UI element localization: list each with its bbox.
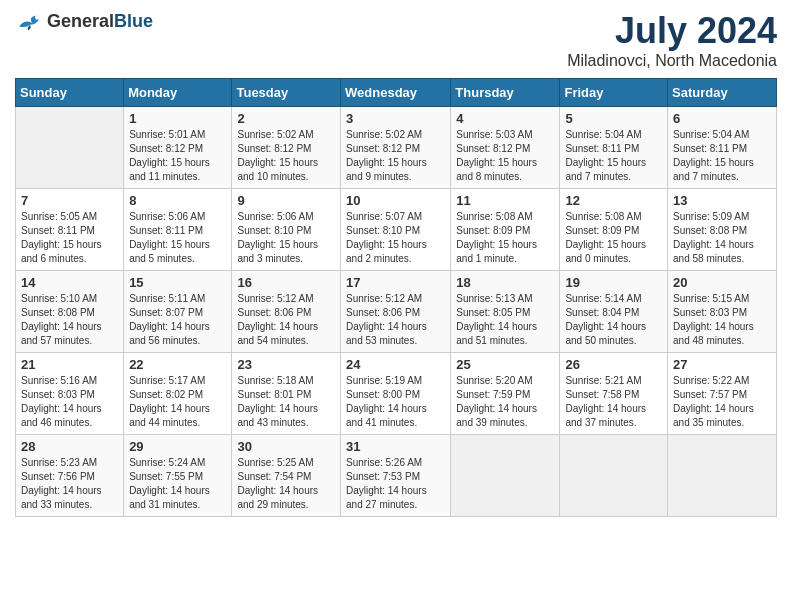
day-info: Sunrise: 5:19 AMSunset: 8:00 PMDaylight:… (346, 374, 445, 430)
day-number: 30 (237, 439, 335, 454)
day-number: 18 (456, 275, 554, 290)
calendar-cell: 3 Sunrise: 5:02 AMSunset: 8:12 PMDayligh… (341, 107, 451, 189)
day-info: Sunrise: 5:08 AMSunset: 8:09 PMDaylight:… (565, 210, 662, 266)
day-number: 3 (346, 111, 445, 126)
day-number: 5 (565, 111, 662, 126)
day-number: 24 (346, 357, 445, 372)
day-info: Sunrise: 5:09 AMSunset: 8:08 PMDaylight:… (673, 210, 771, 266)
day-info: Sunrise: 5:15 AMSunset: 8:03 PMDaylight:… (673, 292, 771, 348)
calendar-cell: 18 Sunrise: 5:13 AMSunset: 8:05 PMDaylig… (451, 271, 560, 353)
day-info: Sunrise: 5:12 AMSunset: 8:06 PMDaylight:… (346, 292, 445, 348)
day-info: Sunrise: 5:11 AMSunset: 8:07 PMDaylight:… (129, 292, 226, 348)
calendar-cell: 17 Sunrise: 5:12 AMSunset: 8:06 PMDaylig… (341, 271, 451, 353)
calendar-cell: 13 Sunrise: 5:09 AMSunset: 8:08 PMDaylig… (668, 189, 777, 271)
calendar-table: SundayMondayTuesdayWednesdayThursdayFrid… (15, 78, 777, 517)
calendar-cell: 31 Sunrise: 5:26 AMSunset: 7:53 PMDaylig… (341, 435, 451, 517)
calendar-cell: 24 Sunrise: 5:19 AMSunset: 8:00 PMDaylig… (341, 353, 451, 435)
calendar-cell (668, 435, 777, 517)
calendar-cell: 29 Sunrise: 5:24 AMSunset: 7:55 PMDaylig… (124, 435, 232, 517)
logo: GeneralBlue (15, 10, 153, 32)
calendar-cell: 25 Sunrise: 5:20 AMSunset: 7:59 PMDaylig… (451, 353, 560, 435)
calendar-cell: 11 Sunrise: 5:08 AMSunset: 8:09 PMDaylig… (451, 189, 560, 271)
calendar-cell: 27 Sunrise: 5:22 AMSunset: 7:57 PMDaylig… (668, 353, 777, 435)
day-info: Sunrise: 5:02 AMSunset: 8:12 PMDaylight:… (237, 128, 335, 184)
calendar-cell: 16 Sunrise: 5:12 AMSunset: 8:06 PMDaylig… (232, 271, 341, 353)
day-number: 29 (129, 439, 226, 454)
calendar-cell: 6 Sunrise: 5:04 AMSunset: 8:11 PMDayligh… (668, 107, 777, 189)
calendar-cell (451, 435, 560, 517)
day-number: 14 (21, 275, 118, 290)
calendar-cell: 12 Sunrise: 5:08 AMSunset: 8:09 PMDaylig… (560, 189, 668, 271)
logo-general: General (47, 11, 114, 31)
day-number: 16 (237, 275, 335, 290)
day-number: 11 (456, 193, 554, 208)
day-info: Sunrise: 5:23 AMSunset: 7:56 PMDaylight:… (21, 456, 118, 512)
day-number: 6 (673, 111, 771, 126)
day-info: Sunrise: 5:04 AMSunset: 8:11 PMDaylight:… (565, 128, 662, 184)
day-number: 26 (565, 357, 662, 372)
day-number: 20 (673, 275, 771, 290)
calendar-cell: 1 Sunrise: 5:01 AMSunset: 8:12 PMDayligh… (124, 107, 232, 189)
day-info: Sunrise: 5:13 AMSunset: 8:05 PMDaylight:… (456, 292, 554, 348)
day-number: 21 (21, 357, 118, 372)
calendar-cell: 20 Sunrise: 5:15 AMSunset: 8:03 PMDaylig… (668, 271, 777, 353)
day-info: Sunrise: 5:18 AMSunset: 8:01 PMDaylight:… (237, 374, 335, 430)
day-number: 27 (673, 357, 771, 372)
day-info: Sunrise: 5:06 AMSunset: 8:10 PMDaylight:… (237, 210, 335, 266)
day-number: 13 (673, 193, 771, 208)
day-info: Sunrise: 5:03 AMSunset: 8:12 PMDaylight:… (456, 128, 554, 184)
day-info: Sunrise: 5:22 AMSunset: 7:57 PMDaylight:… (673, 374, 771, 430)
day-number: 1 (129, 111, 226, 126)
day-info: Sunrise: 5:04 AMSunset: 8:11 PMDaylight:… (673, 128, 771, 184)
logo-blue: Blue (114, 11, 153, 31)
day-info: Sunrise: 5:14 AMSunset: 8:04 PMDaylight:… (565, 292, 662, 348)
calendar-cell: 5 Sunrise: 5:04 AMSunset: 8:11 PMDayligh… (560, 107, 668, 189)
day-number: 4 (456, 111, 554, 126)
calendar-cell: 19 Sunrise: 5:14 AMSunset: 8:04 PMDaylig… (560, 271, 668, 353)
title-section: July 2024 Miladinovci, North Macedonia (567, 10, 777, 70)
calendar-cell: 26 Sunrise: 5:21 AMSunset: 7:58 PMDaylig… (560, 353, 668, 435)
day-number: 31 (346, 439, 445, 454)
day-info: Sunrise: 5:16 AMSunset: 8:03 PMDaylight:… (21, 374, 118, 430)
day-info: Sunrise: 5:06 AMSunset: 8:11 PMDaylight:… (129, 210, 226, 266)
day-info: Sunrise: 5:12 AMSunset: 8:06 PMDaylight:… (237, 292, 335, 348)
calendar-cell: 30 Sunrise: 5:25 AMSunset: 7:54 PMDaylig… (232, 435, 341, 517)
calendar-cell (16, 107, 124, 189)
weekday-header: Sunday (16, 79, 124, 107)
day-info: Sunrise: 5:24 AMSunset: 7:55 PMDaylight:… (129, 456, 226, 512)
calendar-cell: 9 Sunrise: 5:06 AMSunset: 8:10 PMDayligh… (232, 189, 341, 271)
calendar-cell: 23 Sunrise: 5:18 AMSunset: 8:01 PMDaylig… (232, 353, 341, 435)
day-number: 10 (346, 193, 445, 208)
day-info: Sunrise: 5:05 AMSunset: 8:11 PMDaylight:… (21, 210, 118, 266)
calendar-cell: 8 Sunrise: 5:06 AMSunset: 8:11 PMDayligh… (124, 189, 232, 271)
day-number: 7 (21, 193, 118, 208)
day-info: Sunrise: 5:07 AMSunset: 8:10 PMDaylight:… (346, 210, 445, 266)
calendar-cell: 28 Sunrise: 5:23 AMSunset: 7:56 PMDaylig… (16, 435, 124, 517)
day-number: 28 (21, 439, 118, 454)
day-info: Sunrise: 5:25 AMSunset: 7:54 PMDaylight:… (237, 456, 335, 512)
day-info: Sunrise: 5:10 AMSunset: 8:08 PMDaylight:… (21, 292, 118, 348)
day-number: 15 (129, 275, 226, 290)
calendar-cell: 21 Sunrise: 5:16 AMSunset: 8:03 PMDaylig… (16, 353, 124, 435)
day-number: 25 (456, 357, 554, 372)
calendar-cell (560, 435, 668, 517)
day-info: Sunrise: 5:20 AMSunset: 7:59 PMDaylight:… (456, 374, 554, 430)
day-number: 8 (129, 193, 226, 208)
weekday-header: Monday (124, 79, 232, 107)
day-number: 22 (129, 357, 226, 372)
day-info: Sunrise: 5:26 AMSunset: 7:53 PMDaylight:… (346, 456, 445, 512)
day-number: 12 (565, 193, 662, 208)
day-number: 2 (237, 111, 335, 126)
header: GeneralBlue July 2024 Miladinovci, North… (15, 10, 777, 70)
calendar-cell: 22 Sunrise: 5:17 AMSunset: 8:02 PMDaylig… (124, 353, 232, 435)
day-number: 23 (237, 357, 335, 372)
day-number: 9 (237, 193, 335, 208)
weekday-header: Thursday (451, 79, 560, 107)
weekday-header: Saturday (668, 79, 777, 107)
month-year: July 2024 (567, 10, 777, 52)
weekday-header: Wednesday (341, 79, 451, 107)
calendar-cell: 14 Sunrise: 5:10 AMSunset: 8:08 PMDaylig… (16, 271, 124, 353)
day-info: Sunrise: 5:21 AMSunset: 7:58 PMDaylight:… (565, 374, 662, 430)
calendar-cell: 4 Sunrise: 5:03 AMSunset: 8:12 PMDayligh… (451, 107, 560, 189)
calendar-cell: 10 Sunrise: 5:07 AMSunset: 8:10 PMDaylig… (341, 189, 451, 271)
